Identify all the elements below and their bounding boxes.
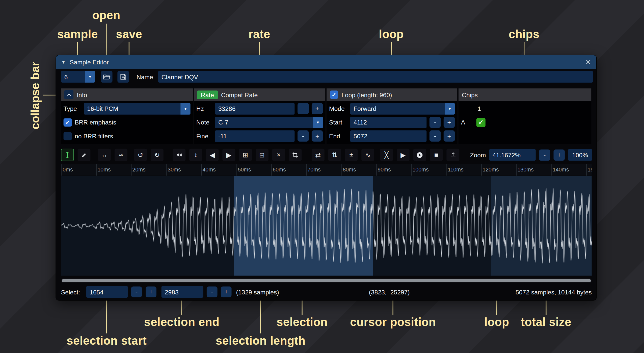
- loop-start-minus-button[interactable]: -: [430, 117, 441, 128]
- zoom-in-button[interactable]: +: [553, 149, 565, 160]
- fine-minus-button[interactable]: -: [298, 130, 309, 141]
- caret-glyph: ▼: [316, 120, 320, 124]
- amplify-button[interactable]: [173, 149, 185, 161]
- preview-selection-button[interactable]: [413, 149, 426, 161]
- reverse-button[interactable]: ⇄: [312, 149, 325, 161]
- hz-input[interactable]: 33286: [215, 103, 295, 114]
- info-header[interactable]: Info: [61, 88, 193, 101]
- sign-invert-icon: ±: [350, 151, 353, 159]
- filter-icon: ∿: [365, 151, 371, 159]
- loop-panel: ✓ Loop (length: 960) Mode Forward ▼ Star…: [327, 88, 457, 144]
- timeline-label: 40ms: [202, 166, 216, 173]
- invert-button[interactable]: ⇅: [328, 149, 341, 161]
- resample-button[interactable]: ≈: [115, 149, 127, 161]
- sample-selector[interactable]: 6 ▼: [61, 71, 95, 83]
- apply-silence-button[interactable]: ⊟: [256, 149, 269, 161]
- chip-enable-checkbox[interactable]: ✓: [476, 118, 486, 127]
- selection-start-plus-button[interactable]: +: [146, 287, 156, 297]
- annotation-line-selection-length: [260, 298, 261, 333]
- chips-header-label: Chips: [462, 91, 478, 98]
- open-button[interactable]: [101, 71, 113, 83]
- insert-silence-button[interactable]: ⊞: [239, 149, 252, 161]
- selection-start-minus-button[interactable]: -: [131, 287, 142, 297]
- redo-button[interactable]: ↻: [151, 149, 164, 161]
- hz-plus-button[interactable]: +: [312, 103, 323, 114]
- pencil-icon: [81, 152, 87, 158]
- insert-silence-icon: ⊞: [243, 151, 248, 159]
- selection-end-input[interactable]: 2983: [162, 286, 203, 298]
- brr-emphasis-checkbox[interactable]: ✓: [64, 118, 72, 127]
- fine-plus-button[interactable]: +: [312, 130, 323, 141]
- zoom-input[interactable]: 41.1672%: [489, 149, 536, 161]
- open-folder-icon: [103, 74, 111, 80]
- chevron-down-icon[interactable]: ▼: [180, 103, 190, 114]
- draw-mode-button[interactable]: [77, 149, 90, 161]
- undo-button[interactable]: ↺: [134, 149, 147, 161]
- loop-mode-select[interactable]: Forward ▼: [350, 103, 455, 114]
- filter-button[interactable]: ∿: [361, 149, 374, 161]
- timeline-label: 150ms: [587, 166, 592, 173]
- no-brr-filters-checkbox[interactable]: [64, 132, 72, 140]
- scrollbar-thumb[interactable]: [62, 279, 591, 282]
- chip-number: 1: [478, 105, 481, 112]
- normalize-button[interactable]: ↕: [189, 149, 202, 161]
- loop-end-plus-button[interactable]: +: [444, 130, 455, 141]
- annotation-total-size: total size: [521, 316, 571, 329]
- loop-enable-checkbox[interactable]: ✓: [330, 90, 338, 99]
- selection-start-value: 1654: [90, 288, 103, 295]
- loop-end-input[interactable]: 5072: [350, 130, 427, 142]
- fine-value: -11: [218, 133, 227, 140]
- crossfade-button[interactable]: ╳: [380, 149, 393, 161]
- titlebar[interactable]: ▼ Sample Editor ×: [56, 55, 596, 69]
- preview-button[interactable]: ▶: [397, 149, 410, 161]
- selection-end-plus-button[interactable]: +: [221, 287, 232, 297]
- loop-start-plus-button[interactable]: +: [444, 117, 455, 128]
- play-circle-icon: [416, 151, 423, 158]
- loop-start-input[interactable]: 4112: [350, 116, 427, 128]
- fade-out-button[interactable]: ▶: [222, 149, 235, 161]
- zoom-reset-button[interactable]: 100%: [568, 149, 592, 161]
- type-select[interactable]: 16-bit PCM ▼: [84, 103, 191, 114]
- create-wavetable-button[interactable]: [446, 149, 459, 161]
- check-icon: ✓: [478, 118, 484, 126]
- window-collapse-icon[interactable]: ▼: [61, 60, 65, 64]
- note-select[interactable]: C-7 ▼: [215, 116, 323, 128]
- stop-preview-button[interactable]: ■: [430, 149, 443, 161]
- name-label: Name: [137, 73, 153, 80]
- hz-label: Hz: [196, 105, 212, 112]
- annotation-rate: rate: [249, 28, 270, 41]
- fade-in-button[interactable]: ◀: [206, 149, 219, 161]
- hz-value: 33286: [218, 105, 236, 112]
- name-input[interactable]: Clarinet DQV: [158, 71, 593, 83]
- select-mode-button[interactable]: I: [61, 149, 74, 161]
- waveform-canvas[interactable]: [61, 176, 592, 276]
- chevron-down-icon[interactable]: ▼: [85, 71, 95, 83]
- annotation-chips: chips: [509, 28, 540, 41]
- speaker-icon: [176, 152, 182, 158]
- timeline-label: 130ms: [517, 166, 533, 173]
- collapse-bar-button[interactable]: [64, 90, 73, 99]
- save-button[interactable]: [117, 71, 129, 83]
- fine-input[interactable]: -11: [215, 130, 295, 142]
- timeline-ruler: 0ms 10ms 20ms 30ms 40ms 50ms 60ms 70ms 8…: [61, 164, 592, 175]
- selection-end-minus-button[interactable]: -: [207, 287, 218, 297]
- trim-button[interactable]: [289, 149, 302, 161]
- loop-end-minus-button[interactable]: -: [430, 130, 441, 141]
- zoom-out-button[interactable]: -: [539, 149, 550, 160]
- chevron-down-icon[interactable]: ▼: [313, 116, 323, 128]
- resize-button[interactable]: ↔: [98, 149, 111, 161]
- note-label: Note: [196, 119, 212, 126]
- close-icon[interactable]: ×: [585, 58, 591, 67]
- chevron-up-icon: [66, 92, 71, 97]
- waveform-view[interactable]: [61, 176, 592, 276]
- annotation-selection-start: selection start: [67, 334, 147, 348]
- selection-start-input[interactable]: 1654: [86, 286, 128, 298]
- name-value: Clarinet DQV: [162, 73, 198, 80]
- chevron-down-icon[interactable]: ▼: [445, 103, 455, 114]
- caret-glyph: ▼: [448, 107, 452, 111]
- delete-button[interactable]: ×: [272, 149, 285, 161]
- sign-invert-button[interactable]: ±: [345, 149, 358, 161]
- hz-minus-button[interactable]: -: [298, 103, 309, 114]
- waveform-scrollbar[interactable]: [61, 278, 592, 283]
- check-icon: ✓: [65, 119, 70, 125]
